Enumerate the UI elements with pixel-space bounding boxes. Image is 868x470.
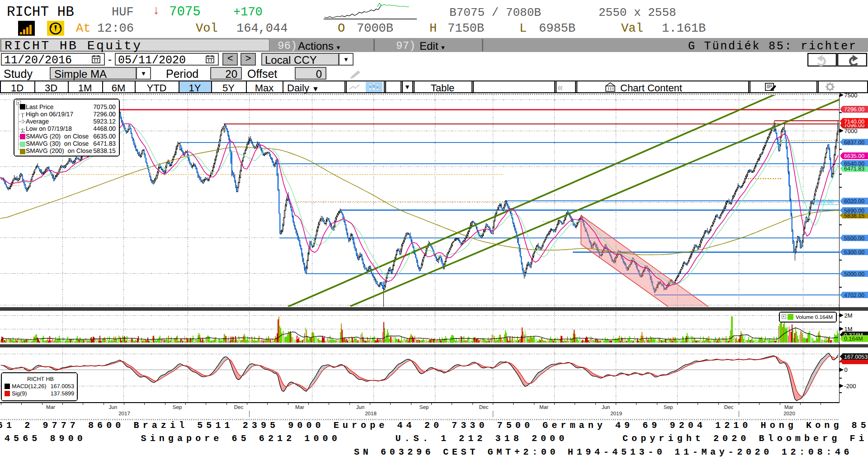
svg-text:SMAVG (200) on Close: SMAVG (200) on Close — [26, 147, 92, 154]
svg-text:Dec: Dec — [234, 405, 244, 410]
svg-text:4702.00: 4702.00 — [844, 292, 864, 299]
svg-text:0.164M: 0.164M — [844, 336, 863, 342]
svg-text:6635.00: 6635.00 — [844, 153, 864, 159]
svg-text:7075.00: 7075.00 — [93, 104, 116, 110]
svg-text:7140.00: 7140.00 — [844, 119, 864, 125]
svg-text:Mar: Mar — [295, 405, 304, 410]
svg-text:2020: 2020 — [783, 411, 795, 417]
svg-text:6020.00: 6020.00 — [844, 198, 864, 204]
svg-text:5300.00: 5300.00 — [844, 249, 864, 256]
svg-text:6837.00: 6837.00 — [844, 139, 864, 146]
svg-text:Mar: Mar — [784, 405, 793, 410]
svg-text:2017: 2017 — [118, 411, 130, 417]
svg-text:6471.83: 6471.83 — [93, 140, 116, 147]
svg-text:137.5899: 137.5899 — [51, 390, 74, 397]
svg-text:Dec: Dec — [724, 405, 734, 410]
svg-text:5500.00: 5500.00 — [844, 235, 864, 242]
svg-text:0: 0 — [844, 366, 848, 373]
svg-text:5838.15: 5838.15 — [93, 147, 116, 154]
svg-text:6540.00: 6540.00 — [844, 161, 864, 167]
svg-text:SMAVG (20) on Close: SMAVG (20) on Close — [26, 133, 89, 140]
svg-text:Dec: Dec — [479, 405, 489, 410]
svg-text:High on 06/19/17: High on 06/19/17 — [26, 111, 73, 118]
svg-text:Jun: Jun — [602, 405, 610, 410]
svg-text:4468.00: 4468.00 — [93, 125, 116, 132]
svg-text:167.0053: 167.0053 — [51, 383, 74, 389]
svg-text:5923.12: 5923.12 — [93, 118, 116, 125]
svg-text:2018: 2018 — [365, 411, 377, 417]
svg-text:1M: 1M — [844, 326, 853, 332]
svg-text:Jun: Jun — [109, 405, 118, 410]
svg-text:Sep: Sep — [664, 405, 673, 410]
svg-text:7296.00: 7296.00 — [93, 111, 116, 118]
svg-text:Sep: Sep — [420, 405, 429, 410]
svg-text:Mar: Mar — [539, 405, 548, 410]
svg-text:Average: Average — [26, 118, 49, 125]
svg-text:6635.00: 6635.00 — [93, 133, 116, 140]
svg-text:5000.00: 5000.00 — [844, 271, 864, 277]
svg-text:167.0053: 167.0053 — [844, 354, 868, 360]
svg-text:MACD(12,26): MACD(12,26) — [12, 383, 46, 389]
svg-text:Jun: Jun — [356, 405, 365, 410]
svg-text:7296.00: 7296.00 — [844, 106, 864, 113]
svg-text:Mar: Mar — [46, 405, 55, 410]
svg-text:Volume 0.164M: Volume 0.164M — [796, 314, 833, 320]
svg-text:5890.00: 5890.00 — [844, 208, 864, 214]
svg-text:Sep: Sep — [173, 405, 182, 410]
svg-text:Low on 07/19/18: Low on 07/19/18 — [26, 125, 72, 132]
svg-text:Last Price: Last Price — [26, 104, 54, 110]
svg-text:Sig(9): Sig(9) — [12, 390, 27, 397]
svg-text:2019: 2019 — [610, 411, 622, 417]
svg-text:SMAVG (30) on Close: SMAVG (30) on Close — [26, 140, 89, 147]
svg-text:5945.00: 5945.00 — [812, 198, 834, 205]
svg-text:RICHT HB: RICHT HB — [27, 376, 54, 382]
svg-text:2M: 2M — [844, 312, 853, 319]
svg-text:-200: -200 — [844, 383, 856, 389]
